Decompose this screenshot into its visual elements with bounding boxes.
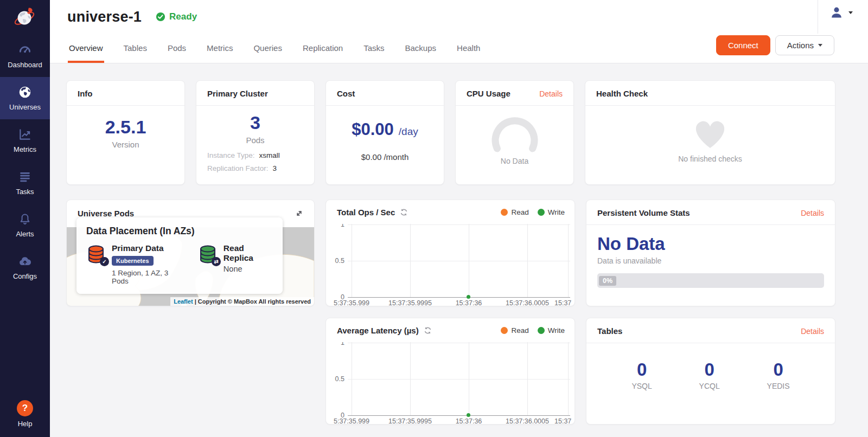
persistent-volume-stats-card: Persistent Volume Stats Details No Data … [586, 200, 835, 306]
tab-overview[interactable]: Overview [68, 36, 104, 63]
tab-metrics[interactable]: Metrics [206, 36, 234, 63]
sidebar-item-label: Alerts [16, 230, 34, 238]
tab-bar: Overview Tables Pods Metrics Queries Rep… [50, 34, 868, 63]
sidebar-item-dashboard[interactable]: Dashboard [0, 35, 50, 77]
actions-button[interactable]: Actions [775, 35, 834, 55]
health-check-card: Health Check No finished checks [585, 80, 835, 185]
sidebar-item-metrics[interactable]: Metrics [0, 119, 50, 162]
x-tick: 15:37:36 [456, 417, 482, 425]
card-title: Health Check [596, 89, 648, 98]
leaflet-link[interactable]: Leaflet [174, 298, 193, 305]
total-ops-chart-card: Total Ops / Sec Read Write [326, 200, 575, 306]
sidebar-item-label: Dashboard [8, 61, 42, 69]
chevron-down-icon [818, 44, 822, 47]
gauge-icon [488, 113, 542, 152]
tables-details-link[interactable]: Details [801, 327, 824, 336]
replication-factor-label: Replication Factor: [207, 164, 269, 172]
instance-type-label: Instance Type: [207, 151, 255, 159]
sidebar-item-label: Configs [13, 272, 37, 280]
tab-backups[interactable]: Backups [404, 36, 438, 63]
yedis-count: 0 YEDIS [767, 359, 790, 390]
info-card: Info 2.5.1 Version [66, 80, 185, 185]
read-replica-value: None [224, 265, 273, 273]
tab-queries[interactable]: Queries [252, 36, 283, 63]
instance-type-value: xsmall [259, 151, 280, 159]
primary-data-label: Primary Data [112, 243, 183, 253]
ycql-label: YCQL [699, 382, 720, 390]
y-tick: 1 [326, 342, 344, 346]
status-badge: Ready [156, 11, 197, 22]
sidebar-item-help[interactable]: ? Help [0, 390, 50, 437]
cost-unit: /day [399, 126, 418, 138]
yedis-value: 0 [767, 359, 790, 380]
legend-read[interactable]: Read [501, 326, 528, 335]
card-title: Primary Cluster [207, 89, 268, 98]
legend-read[interactable]: Read [501, 208, 528, 216]
x-tick: 15:37:36.0005 [506, 299, 549, 306]
sidebar-item-configs[interactable]: Configs [0, 246, 50, 288]
database-primary-icon: ✓ [86, 245, 106, 264]
y-tick: 0.5 [326, 257, 344, 265]
sidebar-item-universes[interactable]: Universes [0, 77, 50, 119]
sidebar-item-alerts[interactable]: Alerts [0, 204, 50, 246]
write-dot-icon [538, 209, 545, 216]
write-dot-icon [538, 327, 545, 334]
heart-icon [689, 114, 731, 150]
legend-write[interactable]: Write [538, 208, 565, 216]
sidebar-item-tasks[interactable]: Tasks [0, 162, 50, 204]
database-replica-icon: ⇄ [198, 245, 218, 264]
average-latency-chart-card: Average Latency (µs) Read Write [326, 318, 575, 425]
refresh-icon[interactable] [424, 326, 432, 335]
y-tick: 1 [326, 224, 344, 228]
chart-plot-area[interactable]: 1 0.5 0 5:37:35.999 15:37:35.9995 15:37:… [326, 342, 575, 425]
legend-read-label: Read [511, 326, 528, 335]
x-tick: 5:37:35.999 [334, 299, 369, 306]
read-dot-icon [501, 327, 508, 334]
summary-cards-row: Info 2.5.1 Version Primary Cluster 3 Pod… [66, 80, 835, 185]
user-menu[interactable] [829, 5, 853, 20]
card-title: Persistent Volume Stats [597, 208, 690, 217]
legend-write[interactable]: Write [538, 326, 565, 335]
chart-plot-area[interactable]: 1 0.5 0 5:37:35.999 15:37:35.9995 15:37:… [326, 224, 575, 306]
expand-icon[interactable] [294, 208, 304, 218]
globe-icon [18, 85, 32, 99]
divider [818, 0, 818, 34]
primary-data-block: ✓ Primary Data Kubernetes 1 Region, 1 AZ… [86, 243, 183, 285]
refresh-icon[interactable] [400, 208, 408, 216]
line-chart-icon [18, 127, 32, 142]
tab-replication[interactable]: Replication [302, 36, 344, 63]
cloud-upload-icon [18, 254, 32, 268]
sidebar-item-label: Tasks [16, 188, 34, 196]
legend-write-label: Write [548, 326, 565, 335]
topbar: universe-1 Ready Overview Tables Pods Me… [50, 0, 868, 63]
app-logo[interactable] [0, 0, 50, 35]
pv-details-link[interactable]: Details [801, 209, 824, 217]
cpu-details-link[interactable]: Details [539, 89, 563, 98]
card-title: Universe Pods [78, 209, 134, 218]
connect-button[interactable]: Connect [716, 35, 770, 55]
card-title: Info [78, 89, 93, 98]
tab-tables[interactable]: Tables [123, 36, 148, 63]
speedometer-icon [18, 43, 32, 57]
tab-pods[interactable]: Pods [167, 36, 187, 63]
tab-tasks[interactable]: Tasks [362, 36, 385, 63]
chart-title: Total Ops / Sec [337, 208, 395, 217]
world-map[interactable]: ✓ Data Placement (In AZs) [67, 227, 314, 306]
ycql-value: 0 [699, 359, 720, 380]
user-icon [829, 5, 844, 20]
sidebar-item-label: Metrics [14, 145, 36, 153]
help-icon: ? [17, 400, 33, 416]
legend-write-label: Write [548, 208, 565, 216]
main-content: Info 2.5.1 Version Primary Cluster 3 Pod… [50, 63, 868, 437]
tab-health[interactable]: Health [456, 36, 481, 63]
page-title: universe-1 [67, 9, 142, 25]
tables-card: Tables Details 0 YSQL 0 YCQL 0 YEDIS [586, 318, 835, 425]
table-counts: 0 YSQL 0 YCQL 0 YEDIS [586, 359, 835, 390]
x-tick: 15:37:36.0005 [506, 417, 549, 425]
x-axis-line [348, 415, 570, 416]
version-value: 2.5.1 [67, 117, 184, 138]
pods-count: 3 [196, 112, 314, 133]
actions-button-label: Actions [787, 41, 814, 50]
detail-cards-row: Universe Pods [66, 200, 835, 425]
sync-badge-icon: ⇄ [212, 257, 221, 266]
